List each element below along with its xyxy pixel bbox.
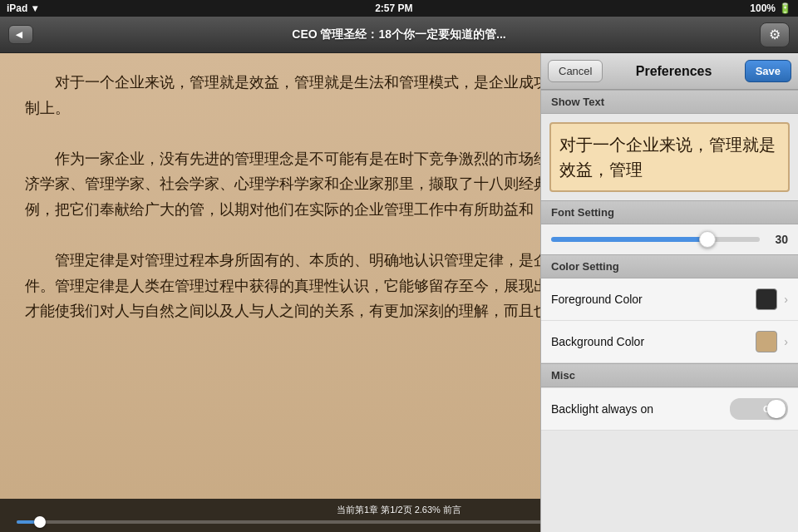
backlight-row: Backlight always on OFF bbox=[541, 387, 798, 431]
background-color-label: Background Color bbox=[551, 335, 644, 348]
font-setting-row: 30 bbox=[541, 224, 798, 254]
color-setting-header: Color Setting bbox=[541, 254, 798, 278]
background-color-swatch bbox=[756, 331, 777, 352]
backlight-toggle[interactable]: OFF bbox=[730, 398, 788, 420]
foreground-chevron-icon: › bbox=[784, 293, 788, 306]
nav-title: CEO 管理圣经：18个你一定要知道的管... bbox=[292, 27, 505, 42]
prefs-body: Show Text 对于一个企业来说，管理就是效益，管理 Font Settin… bbox=[541, 90, 798, 532]
battery-label: 100% bbox=[750, 2, 776, 14]
background-color-row[interactable]: Background Color › bbox=[541, 321, 798, 363]
foreground-color-row[interactable]: Foreground Color › bbox=[541, 278, 798, 321]
gear-icon: ⚙ bbox=[769, 27, 781, 42]
nav-bar: CEO 管理圣经：18个你一定要知道的管... ⚙ bbox=[0, 17, 798, 53]
save-button[interactable]: Save bbox=[745, 60, 791, 82]
content-area: 对于一个企业来说，管理就是效益，管理就是生法和管理模式，是企业成功的必备条件。企… bbox=[0, 53, 798, 532]
gear-button[interactable]: ⚙ bbox=[760, 22, 790, 47]
preferences-panel: Cancel Preferences Save Show Text 对于一个企业… bbox=[540, 53, 798, 532]
status-left: iPad ▾ bbox=[7, 2, 37, 14]
font-setting-header: Font Setting bbox=[541, 200, 798, 224]
wifi-icon: ▾ bbox=[32, 2, 37, 14]
show-text-header: Show Text bbox=[541, 90, 798, 114]
font-value: 30 bbox=[768, 233, 788, 246]
misc-header: Misc bbox=[541, 363, 798, 387]
font-slider[interactable] bbox=[551, 237, 760, 242]
foreground-color-swatch bbox=[756, 288, 777, 310]
font-slider-thumb bbox=[699, 231, 716, 248]
background-chevron-icon: › bbox=[784, 335, 788, 348]
progress-thumb bbox=[34, 516, 46, 528]
cancel-button[interactable]: Cancel bbox=[548, 60, 603, 82]
time-label: 2:57 PM bbox=[375, 2, 412, 14]
prefs-title: Preferences bbox=[636, 64, 712, 79]
status-bar: iPad ▾ 2:57 PM 100% 🔋 bbox=[0, 0, 798, 17]
back-button[interactable] bbox=[8, 25, 33, 44]
show-text-preview: 对于一个企业来说，管理就是效益，管理 bbox=[549, 122, 790, 192]
status-right: 100% 🔋 bbox=[750, 2, 791, 14]
backlight-label: Backlight always on bbox=[551, 402, 653, 416]
foreground-color-label: Foreground Color bbox=[551, 293, 643, 306]
battery-icon: 🔋 bbox=[779, 2, 791, 14]
background-color-right: › bbox=[756, 331, 788, 352]
prefs-header: Cancel Preferences Save bbox=[541, 53, 798, 90]
foreground-color-right: › bbox=[756, 288, 788, 310]
carrier-label: iPad bbox=[7, 2, 27, 14]
progress-label: 当前第1章 第1/2页 2.63% 前言 bbox=[337, 504, 461, 516]
toggle-thumb bbox=[767, 400, 786, 418]
